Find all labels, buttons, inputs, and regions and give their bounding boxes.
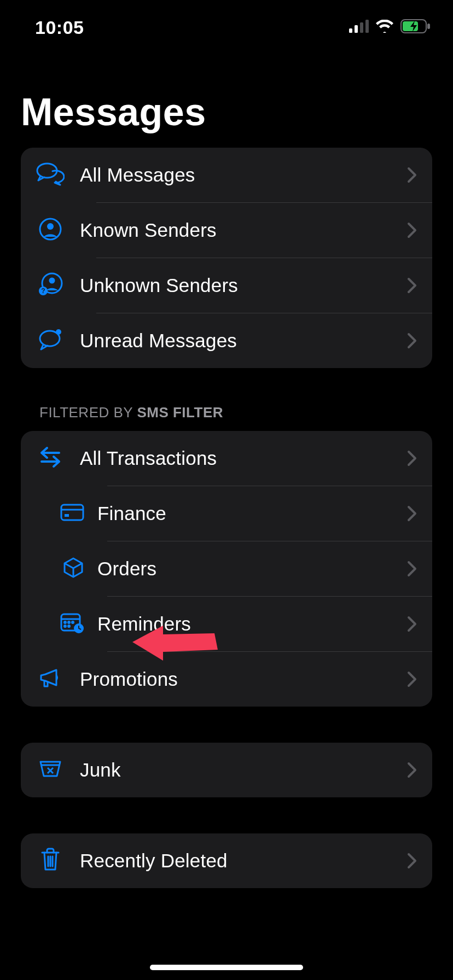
row-reminders[interactable]: Reminders [21,597,432,651]
row-label: Known Senders [80,219,407,241]
svg-rect-0 [349,28,352,33]
chevron-right-icon [407,332,417,349]
svg-rect-5 [427,24,430,29]
row-label: Recently Deleted [80,850,407,872]
megaphone-icon [38,667,63,692]
calendar-clock-icon [60,612,84,636]
group-main-filters: All Messages Known Senders [21,148,432,368]
row-recently-deleted[interactable]: Recently Deleted [21,833,432,888]
svg-point-21 [65,622,66,623]
arrows-swap-icon [38,446,62,470]
row-label: Reminders [97,613,407,635]
trash-icon [40,848,61,874]
wifi-icon [375,20,394,35]
svg-point-23 [72,622,74,623]
chevron-right-icon [407,277,417,294]
row-label: Unread Messages [80,330,407,352]
credit-card-icon [60,504,84,523]
chevron-right-icon [407,616,417,632]
row-all-messages[interactable]: All Messages [21,148,432,202]
chevron-right-icon [407,505,417,522]
svg-rect-16 [61,505,83,520]
page-title: Messages [21,90,206,134]
chat-badge-icon [38,328,63,354]
svg-rect-2 [360,22,363,33]
svg-point-9 [47,223,54,230]
svg-point-22 [68,622,70,623]
battery-charging-icon [400,19,431,36]
row-finance[interactable]: Finance [21,486,432,541]
group-sms-filter: All Transactions Finance [21,431,432,707]
svg-point-24 [65,626,66,627]
box-icon [62,557,84,581]
svg-rect-3 [365,20,369,33]
status-bar: 10:05 [0,0,453,55]
chevron-right-icon [407,167,417,183]
row-junk[interactable]: Junk [21,743,432,797]
svg-rect-18 [65,514,69,517]
row-label: Finance [97,503,407,524]
row-all-transactions[interactable]: All Transactions [21,431,432,486]
row-known-senders[interactable]: Known Senders [21,203,432,258]
row-label: Orders [97,558,407,580]
svg-point-11 [49,278,55,284]
row-label: Promotions [80,668,407,690]
status-indicators [349,19,431,36]
chevron-right-icon [407,671,417,687]
chat-bubbles-icon [36,162,65,188]
chevron-right-icon [407,561,417,577]
chevron-right-icon [407,222,417,238]
home-indicator[interactable] [150,965,303,970]
svg-rect-1 [355,25,358,33]
row-orders[interactable]: Orders [21,541,432,596]
row-unknown-senders[interactable]: ? Unknown Senders [21,258,432,313]
chevron-right-icon [407,450,417,466]
status-time: 10:05 [35,17,84,38]
chevron-right-icon [407,762,417,778]
row-label: Unknown Senders [80,275,407,296]
chevron-right-icon [407,853,417,869]
row-label: Junk [80,759,407,781]
junk-bin-icon [38,759,62,781]
group-recently-deleted: Recently Deleted [21,833,432,888]
row-label: All Transactions [80,447,407,469]
filtered-section-header: FILTERED BY SMS FILTER [21,404,432,431]
svg-point-15 [56,329,61,335]
person-question-icon: ? [38,272,63,299]
person-circle-icon [38,217,62,243]
row-label: All Messages [80,164,407,186]
group-junk: Junk [21,743,432,797]
row-unread-messages[interactable]: Unread Messages [21,313,432,368]
svg-point-25 [68,626,70,627]
cellular-icon [349,20,369,35]
svg-text:?: ? [41,287,45,295]
row-promotions[interactable]: Promotions [21,652,432,707]
